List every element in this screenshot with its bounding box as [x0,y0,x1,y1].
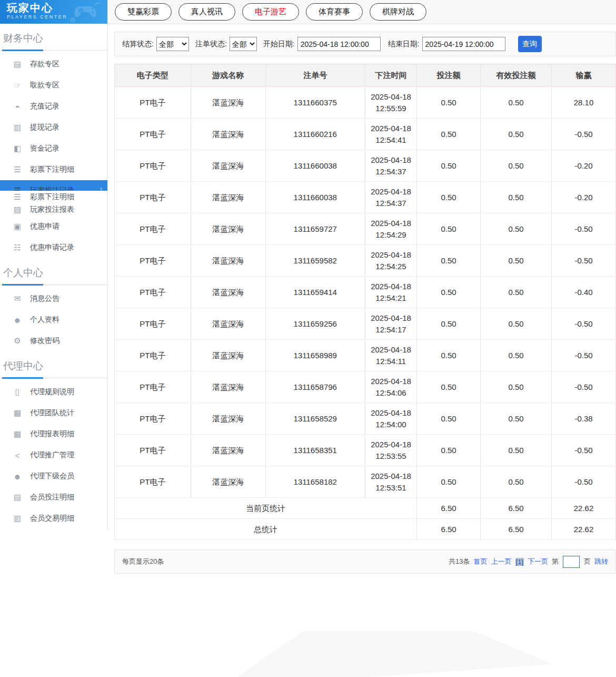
sidebar-item-player-bet-report[interactable]: ▨玩家投注报表 [0,203,107,216]
jump-link[interactable]: 跳转 [594,557,608,566]
table-cell: 湛蓝深海 [191,150,265,182]
table-row: PT电子湛蓝深海13116585292025-04-18 12:54:000.5… [115,403,616,435]
total-count-label: 共13条 [449,557,470,566]
page-suffix-label: 页 [584,557,591,566]
table-cell: -0.50 [552,435,616,466]
member-trade-detail-icon: ▥ [13,514,22,523]
sidebar-item-player-bet-record[interactable]: ☰玩家投注记录› [0,180,107,191]
sidebar-item-agent-rules[interactable]: ▯代理规则说明 [0,381,107,403]
sidebar-item-lottery-bet-detail[interactable]: ☰彩票下注明细 [0,191,107,203]
column-header: 投注额 [417,64,481,87]
table-cell: 0.50 [417,466,481,498]
tab-电子游艺[interactable]: 电子游艺 [242,3,299,21]
start-date-label: 开始日期: [263,40,295,49]
sidebar-item-agent-report-detail[interactable]: ▦代理报表明细 [0,424,107,445]
table-cell: 0.50 [417,213,481,245]
table-cell: 2025-04-18 12:54:11 [365,340,416,371]
table-cell: 2025-04-18 12:54:37 [365,182,416,213]
start-date-input[interactable] [297,37,381,51]
sidebar-item-funds-record[interactable]: ◧资金记录 [0,138,107,159]
table-cell: 0.50 [417,403,481,435]
sidebar-item-withdraw-record[interactable]: ▥提现记录 [0,117,107,138]
sidebar-item-agent-sub-members[interactable]: ☻代理下级会员 [0,466,107,487]
per-page-label: 每页显示20条 [122,557,164,566]
table-cell: PT电子 [115,403,191,435]
search-button[interactable]: 查询 [518,36,542,52]
sidebar-item-password-gear[interactable]: ⚙修改密码 [0,330,107,351]
sidebar-item-agent-team-stats[interactable]: ▦代理团队统计 [0,403,107,424]
table-row: PT电子湛蓝深海13116597272025-04-18 12:54:290.5… [115,213,616,245]
table-cell: 1311660038 [265,182,365,213]
category-tabbar: 雙赢彩票真人视讯电子游艺体育赛事棋牌对战 [108,0,616,24]
sidebar-item-recharge-record[interactable]: ◓充值记录 [0,96,107,117]
tab-体育赛事[interactable]: 体育赛事 [306,3,363,21]
order-status-label: 注单状态: [195,40,227,49]
sidebar-item-member-trade-detail[interactable]: ▥会员交易明细 [0,508,107,529]
recharge-record-icon: ◓ [13,102,22,111]
sidebar-item-withdraw-zone[interactable]: ☞取款专区 [0,75,107,96]
sidebar-section-label: 财务中心 [0,24,107,50]
lottery-bet-detail-icon: ☰ [13,192,22,202]
summary-winloss: 22.62 [552,498,616,519]
table-header-row: 电子类型游戏名称注单号下注时间投注额有效投注额输赢 [115,64,616,87]
table-cell: -0.20 [552,182,616,213]
tab-棋牌对战[interactable]: 棋牌对战 [370,3,426,21]
pagination-bar: 每页显示20条 共13条 首页 上一页 [1] 下一页 第 页 跳转 [114,550,616,574]
sidebar-item-profile[interactable]: ☻个人资料 [0,309,107,330]
page-jump-input[interactable] [563,556,580,568]
table-row: PT电子湛蓝深海13116589892025-04-18 12:54:110.5… [115,340,616,371]
table-row: PT电子湛蓝深海13116602162025-04-18 12:54:410.5… [115,119,616,150]
table-cell: 0.50 [417,371,481,403]
sidebar-section: 个人中心✉消息公告☻个人资料⚙修改密码 [0,258,107,351]
table-cell: -0.50 [552,245,616,277]
table-cell: 1311659256 [265,308,365,340]
bet-records-table: 电子类型游戏名称注单号下注时间投注额有效投注额输赢 PT电子湛蓝深海131166… [114,64,616,540]
sidebar-item-bell[interactable]: ✉消息公告 [0,288,107,309]
player-bet-record-icon: ☰ [13,186,22,191]
tab-真人视讯[interactable]: 真人视讯 [178,3,235,21]
end-date-input[interactable] [422,37,505,51]
summary-winloss: 22.62 [552,519,616,540]
first-page-link[interactable]: 首页 [474,557,488,566]
sidebar-item-promo-apply-record[interactable]: ☷优惠申请记录 [0,237,107,258]
table-cell: PT电子 [115,150,191,182]
deposit-zone-icon: ▤ [13,60,22,69]
sidebar-item-agent-promo-manage[interactable]: <代理推广管理 [0,445,107,466]
sidebar-item-promo-apply[interactable]: ▣优惠申请 [0,216,107,237]
table-cell: 0.50 [480,308,551,340]
table-cell: 2025-04-18 12:54:17 [365,308,416,340]
table-cell: PT电子 [115,182,191,213]
table-cell: 0.50 [417,308,481,340]
sidebar-item-label: 资金记录 [30,144,59,153]
table-cell: -0.50 [552,119,616,150]
table-cell: 1311660038 [265,150,365,182]
table-cell: 0.50 [480,435,551,466]
table-cell: 湛蓝深海 [191,245,265,277]
summary-bet: 6.50 [417,519,481,540]
prev-page-link[interactable]: 上一页 [491,557,512,566]
table-cell: 1311658351 [265,435,365,466]
order-status-select[interactable]: 全部 [230,37,257,51]
table-cell: 0.50 [417,87,481,119]
table-row: PT电子湛蓝深海13116592562025-04-18 12:54:170.5… [115,308,616,340]
tab-雙赢彩票[interactable]: 雙赢彩票 [115,3,172,21]
agent-rules-icon: ▯ [13,387,22,397]
sidebar-item-deposit-zone[interactable]: ▤存款专区 [0,54,107,75]
table-cell: PT电子 [115,277,191,308]
settle-status-select[interactable]: 全部 [156,37,189,51]
table-cell: 湛蓝深海 [191,371,265,403]
column-header: 输赢 [552,64,616,87]
table-cell: 0.50 [417,119,481,150]
profile-icon: ☻ [13,316,22,325]
sidebar-item-member-bet-detail[interactable]: ▤会员投注明细 [0,487,107,508]
filter-bar: 结算状态: 全部 注单状态: 全部 开始日期: 结束日期: 查询 [114,32,616,56]
sidebar-item-lottery-bet-detail[interactable]: ☰彩票下注明细 [0,159,107,180]
summary-label: 总统计 [115,519,417,540]
table-cell: -0.50 [552,308,616,340]
table-cell: 1311659727 [265,213,365,245]
next-page-link[interactable]: 下一页 [528,557,548,566]
table-row: PT电子湛蓝深海13116603752025-04-18 12:55:590.5… [115,87,616,119]
table-cell: 2025-04-18 12:54:00 [365,403,416,435]
table-cell: PT电子 [115,435,191,466]
sidebar-item-label: 提现记录 [30,123,59,132]
